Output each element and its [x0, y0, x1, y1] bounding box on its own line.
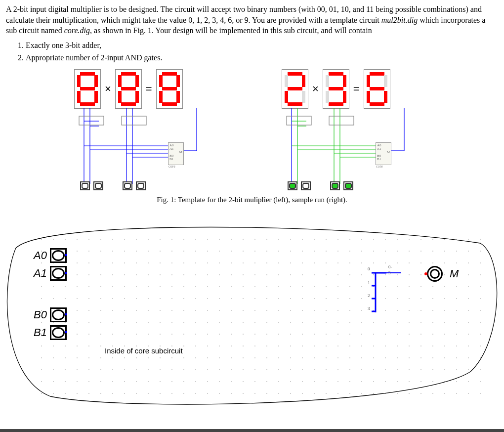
input-pair-a-left: [79, 180, 104, 191]
core-pin-b1: B1: [169, 158, 182, 161]
merge-lbl-03: 0-3: [388, 264, 392, 276]
core-pin-b1-r: B1: [377, 158, 390, 161]
subcircuit-note: Inside of core subcircuit: [105, 346, 183, 356]
port-b0-label: B0: [34, 307, 47, 322]
figure-area: × =: [6, 69, 498, 193]
svg-rect-13: [122, 116, 146, 125]
core-subcircuit-box-r: A0 A1 M B0 B1 core: [376, 142, 391, 165]
wires-left: [59, 69, 237, 193]
port-a1-icon[interactable]: [50, 266, 67, 281]
port-b0-icon[interactable]: [50, 307, 67, 322]
requirements-list: Exactly one 3-bit adder, Appropriate num…: [16, 40, 498, 63]
merge-lbl-0: 0: [368, 266, 370, 272]
bit-merger: 0 0-3 1 2 3: [372, 268, 378, 307]
port-a0: A0: [34, 248, 67, 263]
port-m-icon[interactable]: [427, 266, 443, 282]
input-a0-right[interactable]: [301, 181, 311, 190]
port-a1-label: A1: [34, 266, 47, 281]
port-a0-icon[interactable]: [50, 248, 67, 263]
port-b1: B1: [34, 325, 67, 340]
merge-lbl-1: 1: [368, 280, 370, 286]
merge-lbl-3: 3: [368, 305, 370, 311]
template-file-1: mul2bit.dig: [381, 16, 418, 24]
input-b1-left[interactable]: [123, 181, 132, 190]
core-name-label: core: [168, 164, 175, 170]
req-item-1: Exactly one 3-bit adder,: [26, 40, 498, 51]
input-pair-b-left: [122, 180, 147, 191]
merge-lbl-2: 2: [368, 293, 370, 299]
input-a0-left[interactable]: [93, 181, 103, 190]
subcircuit-area: A0 A1 B0 B1 Inside of core subcircuit: [6, 214, 498, 411]
port-b1-icon[interactable]: [50, 325, 67, 340]
req-item-2: Appropriate number of 2-input AND gates.: [26, 52, 498, 63]
input-a1-left[interactable]: [80, 181, 90, 190]
port-b0: B0: [34, 307, 67, 322]
svg-rect-27: [329, 116, 354, 125]
input-b0-right[interactable]: [343, 181, 353, 190]
svg-rect-12: [79, 116, 104, 125]
wires-right: [267, 69, 445, 193]
svg-rect-26: [287, 116, 311, 125]
input-b0-left[interactable]: [136, 181, 146, 190]
template-file-2: core.dig,: [64, 26, 92, 35]
port-a1: A1: [34, 266, 67, 281]
input-b1-right[interactable]: [330, 181, 340, 190]
input-pair-a-right: [287, 180, 312, 191]
core-subcircuit-box: A0 A1 M B0 B1 core: [168, 142, 184, 165]
figure-caption: Fig. 1: Template for the 2-bit muliplier…: [6, 195, 498, 205]
port-b1-label: B1: [34, 325, 47, 340]
circuit-sample-run: × =: [267, 69, 445, 193]
port-m-label: M: [450, 266, 459, 281]
port-m: M: [427, 266, 459, 282]
port-a0-label: A0: [34, 248, 47, 263]
intro-paragraph: A 2-bit input digital multiplier is to b…: [6, 4, 498, 36]
input-a1-right[interactable]: [288, 181, 297, 190]
core-name-label-r: core: [376, 164, 383, 170]
intro-text-3: as shown in Fig. 1. Your design will be …: [94, 26, 372, 35]
circuit-template: × =: [59, 69, 237, 193]
input-pair-b-right: [329, 180, 354, 191]
circled-blob: [6, 214, 498, 411]
